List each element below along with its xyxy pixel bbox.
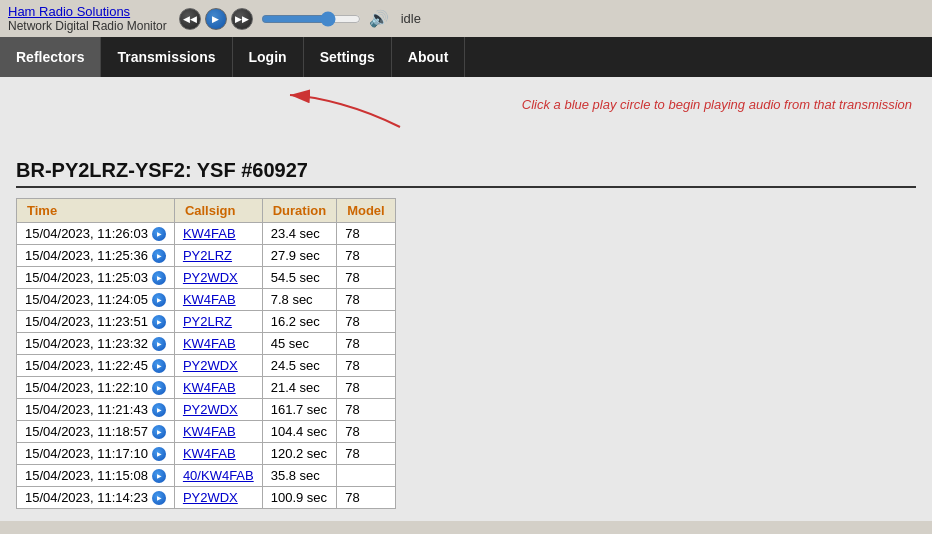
play-circle-button[interactable]	[152, 337, 166, 351]
callsign-link[interactable]: PY2WDX	[183, 270, 238, 285]
nav-item-reflectors[interactable]: Reflectors	[0, 37, 101, 77]
time-cell: 15/04/2023, 11:21:43	[17, 399, 175, 421]
play-circle-button[interactable]	[152, 491, 166, 505]
callsign-cell: KW4FAB	[174, 377, 262, 399]
play-circle-button[interactable]	[152, 227, 166, 241]
col-header-callsign: Callsign	[174, 199, 262, 223]
duration-cell: 24.5 sec	[262, 355, 336, 377]
time-value: 15/04/2023, 11:25:36	[25, 248, 148, 263]
duration-cell: 104.4 sec	[262, 421, 336, 443]
duration-cell: 35.8 sec	[262, 465, 336, 487]
transport-controls: ◀◀ ▶ ▶▶	[179, 8, 253, 30]
duration-cell: 27.9 sec	[262, 245, 336, 267]
col-header-model: Model	[337, 199, 396, 223]
volume-icon: 🔊	[369, 9, 389, 28]
duration-cell: 16.2 sec	[262, 311, 336, 333]
time-value: 15/04/2023, 11:22:10	[25, 380, 148, 395]
play-circle-button[interactable]	[152, 403, 166, 417]
time-cell: 15/04/2023, 11:17:10	[17, 443, 175, 465]
site-info: Ham Radio Solutions Network Digital Radi…	[8, 4, 167, 33]
model-cell: 78	[337, 333, 396, 355]
time-cell: 15/04/2023, 11:23:32	[17, 333, 175, 355]
callsign-link[interactable]: 40/KW4FAB	[183, 468, 254, 483]
play-button[interactable]: ▶	[205, 8, 227, 30]
play-circle-button[interactable]	[152, 293, 166, 307]
play-circle-button[interactable]	[152, 359, 166, 373]
main-content: BR-PY2LRZ-YSF2: YSF #60927 Time Callsign…	[0, 147, 932, 521]
annotation-text: Click a blue play circle to begin playin…	[522, 97, 912, 112]
nav-item-about[interactable]: About	[392, 37, 465, 77]
nav-item-transmissions[interactable]: Transmissions	[101, 37, 232, 77]
model-cell	[337, 465, 396, 487]
nav-item-login[interactable]: Login	[233, 37, 304, 77]
table-row: 15/04/2023, 11:23:51PY2LRZ16.2 sec78	[17, 311, 396, 333]
time-value: 15/04/2023, 11:23:32	[25, 336, 148, 351]
callsign-cell: PY2LRZ	[174, 311, 262, 333]
callsign-link[interactable]: KW4FAB	[183, 424, 236, 439]
callsign-cell: PY2WDX	[174, 399, 262, 421]
table-body: 15/04/2023, 11:26:03KW4FAB23.4 sec7815/0…	[17, 223, 396, 509]
time-cell: 15/04/2023, 11:26:03	[17, 223, 175, 245]
table-row: 15/04/2023, 11:15:0840/KW4FAB35.8 sec	[17, 465, 396, 487]
volume-slider[interactable]	[261, 11, 361, 27]
table-row: 15/04/2023, 11:14:23PY2WDX100.9 sec78	[17, 487, 396, 509]
duration-cell: 21.4 sec	[262, 377, 336, 399]
time-cell: 15/04/2023, 11:25:03	[17, 267, 175, 289]
time-cell: 15/04/2023, 11:24:05	[17, 289, 175, 311]
table-row: 15/04/2023, 11:21:43PY2WDX161.7 sec78	[17, 399, 396, 421]
time-value: 15/04/2023, 11:15:08	[25, 468, 148, 483]
site-subtitle: Network Digital Radio Monitor	[8, 19, 167, 33]
callsign-link[interactable]: PY2LRZ	[183, 314, 232, 329]
site-link[interactable]: Ham Radio Solutions	[8, 4, 167, 19]
callsign-cell: KW4FAB	[174, 289, 262, 311]
table-row: 15/04/2023, 11:25:36PY2LRZ27.9 sec78	[17, 245, 396, 267]
col-header-duration: Duration	[262, 199, 336, 223]
time-value: 15/04/2023, 11:22:45	[25, 358, 148, 373]
model-cell: 78	[337, 377, 396, 399]
time-value: 15/04/2023, 11:23:51	[25, 314, 148, 329]
play-circle-button[interactable]	[152, 271, 166, 285]
time-cell: 15/04/2023, 11:22:45	[17, 355, 175, 377]
callsign-link[interactable]: PY2LRZ	[183, 248, 232, 263]
callsign-link[interactable]: KW4FAB	[183, 446, 236, 461]
volume-slider-container[interactable]	[261, 11, 361, 27]
play-circle-button[interactable]	[152, 249, 166, 263]
callsign-link[interactable]: KW4FAB	[183, 226, 236, 241]
callsign-cell: KW4FAB	[174, 333, 262, 355]
duration-cell: 23.4 sec	[262, 223, 336, 245]
duration-cell: 54.5 sec	[262, 267, 336, 289]
status-text: idle	[401, 11, 421, 26]
time-value: 15/04/2023, 11:24:05	[25, 292, 148, 307]
duration-cell: 45 sec	[262, 333, 336, 355]
model-cell: 78	[337, 487, 396, 509]
play-circle-button[interactable]	[152, 447, 166, 461]
fast-forward-button[interactable]: ▶▶	[231, 8, 253, 30]
play-circle-button[interactable]	[152, 381, 166, 395]
play-circle-button[interactable]	[152, 469, 166, 483]
time-value: 15/04/2023, 11:21:43	[25, 402, 148, 417]
callsign-cell: PY2WDX	[174, 355, 262, 377]
model-cell: 78	[337, 421, 396, 443]
rewind-button[interactable]: ◀◀	[179, 8, 201, 30]
transmissions-table: Time Callsign Duration Model 15/04/2023,…	[16, 198, 396, 509]
nav-bar: Reflectors Transmissions Login Settings …	[0, 37, 932, 77]
time-value: 15/04/2023, 11:26:03	[25, 226, 148, 241]
play-circle-button[interactable]	[152, 425, 166, 439]
callsign-cell: 40/KW4FAB	[174, 465, 262, 487]
callsign-link[interactable]: PY2WDX	[183, 358, 238, 373]
model-cell: 78	[337, 245, 396, 267]
callsign-link[interactable]: PY2WDX	[183, 402, 238, 417]
table-row: 15/04/2023, 11:18:57KW4FAB104.4 sec78	[17, 421, 396, 443]
col-header-time: Time	[17, 199, 175, 223]
annotation-area: Click a blue play circle to begin playin…	[0, 77, 932, 147]
table-row: 15/04/2023, 11:25:03PY2WDX54.5 sec78	[17, 267, 396, 289]
table-row: 15/04/2023, 11:23:32KW4FAB45 sec78	[17, 333, 396, 355]
table-row: 15/04/2023, 11:17:10KW4FAB120.2 sec78	[17, 443, 396, 465]
callsign-link[interactable]: KW4FAB	[183, 380, 236, 395]
callsign-link[interactable]: KW4FAB	[183, 292, 236, 307]
callsign-link[interactable]: PY2WDX	[183, 490, 238, 505]
play-circle-button[interactable]	[152, 315, 166, 329]
nav-item-settings[interactable]: Settings	[304, 37, 392, 77]
callsign-cell: PY2WDX	[174, 267, 262, 289]
callsign-link[interactable]: KW4FAB	[183, 336, 236, 351]
